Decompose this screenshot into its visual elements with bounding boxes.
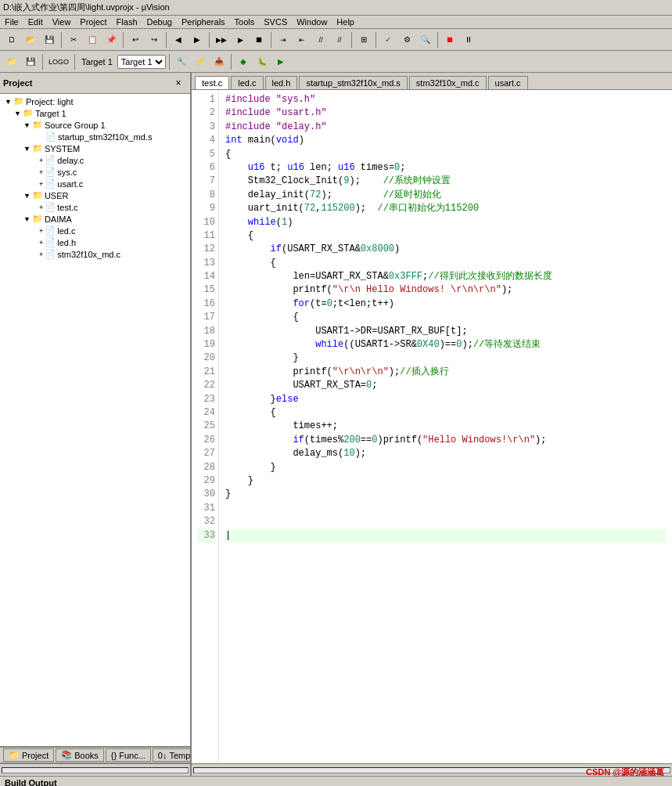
project-btn[interactable]: 📁 — [3, 53, 20, 70]
new-file-btn[interactable]: 🗋 — [3, 31, 20, 49]
undo-btn[interactable]: ↩ — [127, 31, 144, 49]
tab-usartc[interactable]: usart.c — [488, 76, 528, 89]
project-header: Project × — [0, 73, 190, 94]
menu-svcs[interactable]: SVCS — [259, 16, 292, 28]
search-btn[interactable]: 🔍 — [417, 31, 434, 49]
func-tab-icon: {} — [111, 751, 117, 760]
redo-btn[interactable]: ↪ — [146, 31, 163, 49]
tab-temp[interactable]: 0↓ Temp... — [153, 748, 192, 762]
expand-ledh[interactable]: + — [38, 239, 45, 247]
stop2-btn[interactable]: ⏹ — [441, 31, 458, 49]
menu-help[interactable]: Help — [332, 16, 359, 28]
stop-btn[interactable]: ⏹ — [250, 31, 268, 49]
tab-ledh[interactable]: led.h — [265, 76, 298, 89]
debug2-btn[interactable]: 🐛 — [253, 53, 271, 70]
project-panel: Project × ▼ 📁 Project: light ▼ 📁 Target … — [0, 73, 192, 776]
tree-item-source-group[interactable]: ▼ 📁 Source Group 1 — [0, 119, 190, 131]
copy-btn[interactable]: 📋 — [84, 31, 101, 49]
misc-btn[interactable]: ⊞ — [355, 31, 372, 49]
tree-item-ledc[interactable]: + 📄 led.c — [0, 225, 190, 236]
tab-func[interactable]: {} Func... — [106, 748, 151, 762]
tree-item-usart[interactable]: + 📄 usart.c — [0, 178, 190, 189]
tree-item-daima[interactable]: ▼ 📁 DAIMA — [0, 213, 190, 225]
code-content[interactable]: #include "sys.h" #include "usart.h" #inc… — [219, 90, 672, 763]
run-btn[interactable]: ▶ — [272, 53, 289, 70]
build-btn[interactable]: ▶▶ — [213, 31, 230, 49]
menu-view[interactable]: View — [48, 16, 76, 28]
expand-ledc[interactable]: + — [38, 227, 45, 235]
comment-btn[interactable]: // — [312, 31, 329, 49]
menu-peripherals[interactable]: Peripherals — [177, 16, 230, 28]
tree-item-stm32[interactable]: + 📄 stm32f10x_md.c — [0, 248, 190, 260]
tree-item-startup[interactable]: 📄 startup_stm32f10x_md.s — [0, 131, 190, 142]
tree-item-system[interactable]: ▼ 📁 SYSTEM — [0, 142, 190, 154]
tab-stm32f10x-mdc[interactable]: stm32f10x_md.c — [409, 76, 487, 89]
expand-project[interactable]: ▼ — [3, 98, 13, 106]
tree-item-target1[interactable]: ▼ 📁 Target 1 — [0, 107, 190, 119]
check-btn[interactable]: ✓ — [379, 31, 397, 49]
project-close-btn[interactable]: × — [170, 74, 187, 92]
paste-btn[interactable]: 📌 — [102, 31, 120, 49]
tab-startup[interactable]: startup_stm32f10x_md.s — [299, 76, 407, 89]
tree-item-ledh[interactable]: + 📄 led.h — [0, 236, 190, 248]
tab-project[interactable]: 📁 Project — [3, 748, 54, 762]
ledc-icon: 📄 — [45, 225, 56, 236]
forward-btn[interactable]: ▶ — [189, 31, 206, 49]
sep9 — [42, 54, 43, 70]
menu-debug[interactable]: Debug — [142, 16, 177, 28]
code-editor[interactable]: 12345 678910 1112131415 1617181920 21222… — [192, 90, 672, 763]
expand-target1[interactable]: ▼ — [13, 110, 23, 117]
flash2-btn[interactable]: ⚡ — [192, 53, 209, 70]
expand-source-group[interactable]: ▼ — [22, 121, 32, 129]
tree-item-sys[interactable]: + 📄 sys.c — [0, 166, 190, 178]
tree-item-project-root[interactable]: ▼ 📁 Project: light — [0, 96, 190, 107]
expand-delay[interactable]: + — [38, 157, 45, 164]
system-label: SYSTEM — [45, 144, 80, 153]
save-all-btn[interactable]: 💾 — [22, 53, 39, 70]
startup-label: startup_stm32f10x_md.s — [58, 132, 152, 142]
tree-item-testc[interactable]: + 📄 test.c — [0, 201, 190, 213]
sep2 — [123, 32, 124, 48]
expand-user[interactable]: ▼ — [22, 192, 32, 200]
tree-item-user[interactable]: ▼ 📁 USER — [0, 189, 190, 201]
tree-item-delay[interactable]: + 📄 delay.c — [0, 154, 190, 166]
menu-flash[interactable]: Flash — [112, 16, 142, 28]
expand-stm32[interactable]: + — [38, 251, 45, 258]
compile-btn[interactable]: ▶ — [232, 31, 249, 49]
diamond-btn[interactable]: ◆ — [235, 53, 252, 70]
expand-daima[interactable]: ▼ — [22, 215, 32, 223]
target1-folder-icon: 📁 — [23, 108, 34, 118]
tab-ledc[interactable]: led.c — [231, 76, 263, 89]
testc-icon: 📄 — [45, 202, 56, 212]
tab-ledh-label: led.h — [272, 78, 291, 88]
tab-testc[interactable]: test.c — [195, 76, 229, 89]
logo-btn[interactable]: LOGO — [46, 53, 71, 70]
menu-project[interactable]: Project — [75, 16, 111, 28]
save-btn[interactable]: 💾 — [41, 31, 58, 49]
expand-sys[interactable]: + — [38, 168, 45, 176]
sys-label: sys.c — [57, 168, 77, 177]
settings-btn[interactable]: ⚙ — [398, 31, 415, 49]
expand-testc[interactable]: + — [38, 204, 45, 211]
tab-books[interactable]: 📚 Books — [56, 748, 104, 762]
project-hscroll[interactable] — [0, 763, 190, 776]
menu-file[interactable]: File — [0, 16, 23, 28]
menu-window[interactable]: Window — [292, 16, 332, 28]
wand-btn[interactable]: 🔧 — [173, 53, 190, 70]
expand-usart[interactable]: + — [38, 180, 45, 188]
indent-btn[interactable]: ⇥ — [275, 31, 292, 49]
ledh-label: led.h — [57, 238, 76, 247]
unindent-btn[interactable]: ⇤ — [293, 31, 311, 49]
cut-btn[interactable]: ✂ — [65, 31, 82, 49]
ledc-label: led.c — [57, 226, 75, 236]
editor-container: test.c led.c led.h startup_stm32f10x_md.… — [192, 73, 672, 776]
expand-system[interactable]: ▼ — [22, 145, 32, 153]
prog-btn[interactable]: 📥 — [210, 53, 228, 70]
menu-edit[interactable]: Edit — [23, 16, 48, 28]
back-btn[interactable]: ◀ — [170, 31, 187, 49]
open-btn[interactable]: 📂 — [22, 31, 39, 49]
menu-tools[interactable]: Tools — [230, 16, 260, 28]
uncomment-btn[interactable]: // — [331, 31, 348, 49]
pause-btn[interactable]: ⏸ — [460, 31, 477, 49]
target-select[interactable]: Target 1 — [117, 55, 166, 69]
